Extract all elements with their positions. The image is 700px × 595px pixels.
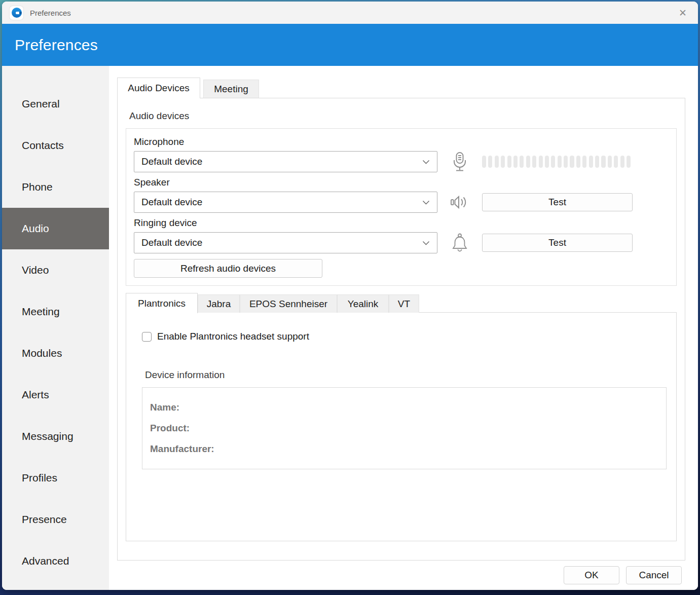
mic-level-segment: [507, 156, 511, 168]
microphone-select[interactable]: Default device: [134, 151, 437, 172]
ok-button[interactable]: OK: [564, 566, 619, 584]
audio-devices-groupbox: Microphone Default device: [126, 128, 677, 286]
audio-devices-panel: Audio devices Microphone Default device: [117, 98, 685, 561]
microphone-select-value: Default device: [141, 156, 202, 167]
mic-level-segment: [570, 156, 574, 168]
mic-level-segment: [482, 156, 486, 168]
mic-level-segment: [601, 156, 605, 168]
ringing-test-button[interactable]: Test: [482, 234, 633, 252]
preferences-window: Preferences ✕ Preferences General Contac…: [2, 2, 698, 590]
audio-devices-section-label: Audio devices: [126, 110, 677, 122]
sidebar-item-phone[interactable]: Phone: [2, 166, 109, 208]
tab-epos-sennheiser[interactable]: EPOS Sennheiser: [240, 294, 337, 313]
mic-level-segment: [513, 156, 518, 168]
speaker-icon: [437, 194, 482, 210]
tab-jabra[interactable]: Jabra: [198, 294, 240, 313]
ringing-device-label: Ringing device: [134, 217, 669, 229]
microphone-icon: [437, 152, 482, 172]
tab-yealink[interactable]: Yealink: [337, 294, 389, 313]
cancel-button[interactable]: Cancel: [626, 566, 682, 584]
speaker-test-button[interactable]: Test: [482, 193, 633, 211]
content-area: Audio Devices Meeting Audio devices Micr…: [109, 66, 698, 590]
mic-level-segment: [495, 156, 499, 168]
app-logo-icon: [10, 6, 23, 20]
device-product-label: Product:: [150, 423, 658, 434]
enable-plantronics-label: Enable Plantronics headset support: [157, 331, 309, 342]
mic-level-segment: [595, 156, 599, 168]
mic-level-segment: [520, 156, 524, 168]
mic-level-segment: [532, 156, 536, 168]
speaker-label: Speaker: [134, 177, 669, 188]
chevron-down-icon: [422, 200, 430, 205]
sidebar-item-general[interactable]: General: [2, 83, 109, 125]
vendor-tab-strip: Plantronics Jabra EPOS Sennheiser Yealin…: [126, 293, 677, 313]
sidebar-item-alerts[interactable]: Alerts: [2, 374, 109, 416]
device-tab-strip: Audio Devices Meeting: [117, 78, 685, 98]
device-information-label: Device information: [142, 369, 660, 381]
sidebar-item-modules[interactable]: Modules: [2, 332, 109, 374]
device-information-box: Name: Product: Manufacturer:: [142, 387, 667, 469]
close-icon[interactable]: ✕: [675, 5, 690, 20]
plantronics-panel: Enable Plantronics headset support Devic…: [126, 312, 677, 541]
enable-plantronics-checkbox[interactable]: [142, 332, 152, 342]
speaker-select-value: Default device: [141, 197, 202, 208]
mic-level-meter: [482, 156, 631, 168]
sidebar-item-advanced[interactable]: Advanced: [2, 540, 109, 582]
mic-level-segment: [526, 156, 530, 168]
device-name-label: Name:: [150, 402, 658, 413]
ringing-device-select[interactable]: Default device: [134, 232, 437, 253]
dialog-footer: OK Cancel: [117, 561, 685, 590]
mic-level-segment: [551, 156, 555, 168]
chevron-down-icon: [422, 160, 430, 164]
mic-level-segment: [589, 156, 593, 168]
refresh-audio-devices-button[interactable]: Refresh audio devices: [134, 259, 322, 278]
mic-level-segment: [608, 156, 612, 168]
window-title: Preferences: [30, 9, 71, 17]
mic-level-segment: [620, 156, 624, 168]
sidebar: General Contacts Phone Audio Video Meeti…: [2, 66, 109, 590]
mic-level-segment: [576, 156, 580, 168]
sidebar-item-messaging[interactable]: Messaging: [2, 416, 109, 457]
mic-level-segment: [627, 156, 631, 168]
sidebar-item-video[interactable]: Video: [2, 249, 109, 291]
mic-level-segment: [539, 156, 543, 168]
enable-plantronics-row: Enable Plantronics headset support: [142, 331, 660, 342]
sidebar-item-audio[interactable]: Audio: [2, 208, 109, 249]
device-manufacturer-label: Manufacturer:: [150, 443, 658, 455]
mic-level-segment: [501, 156, 505, 168]
mic-level-segment: [582, 156, 586, 168]
microphone-label: Microphone: [134, 136, 669, 147]
titlebar: Preferences ✕: [2, 2, 698, 24]
mic-level-segment: [558, 156, 562, 168]
tab-vt[interactable]: VT: [389, 294, 419, 313]
page-title: Preferences: [2, 24, 698, 66]
ringing-device-select-value: Default device: [141, 237, 202, 248]
chevron-down-icon: [422, 241, 430, 245]
mic-level-segment: [614, 156, 618, 168]
speaker-select[interactable]: Default device: [134, 192, 437, 213]
sidebar-item-contacts[interactable]: Contacts: [2, 125, 109, 166]
mic-level-segment: [488, 156, 492, 168]
sidebar-item-profiles[interactable]: Profiles: [2, 457, 109, 499]
sidebar-item-meeting[interactable]: Meeting: [2, 291, 109, 332]
mic-level-segment: [545, 156, 549, 168]
tab-plantronics[interactable]: Plantronics: [126, 293, 198, 313]
bell-icon: [437, 233, 482, 252]
sidebar-item-presence[interactable]: Presence: [2, 499, 109, 540]
tab-meeting[interactable]: Meeting: [203, 80, 259, 98]
tab-audio-devices[interactable]: Audio Devices: [117, 78, 200, 98]
mic-level-segment: [564, 156, 568, 168]
